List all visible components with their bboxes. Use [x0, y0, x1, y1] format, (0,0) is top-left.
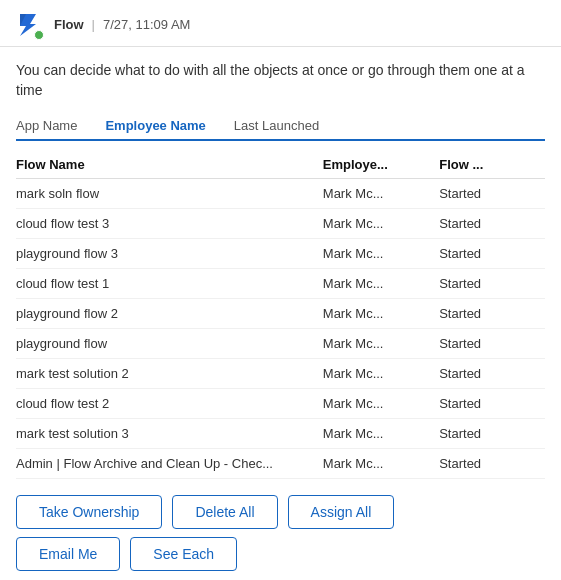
table-row: Admin | Flow Archive and Clean Up - Chec…	[16, 449, 545, 479]
table-row: cloud flow test 3Mark Mc...Started	[16, 209, 545, 239]
see-each-button[interactable]: See Each	[130, 537, 237, 571]
tab-last-launched[interactable]: Last Launched	[234, 114, 331, 139]
cell-employee: Mark Mc...	[323, 269, 439, 299]
cell-employee: Mark Mc...	[323, 449, 439, 479]
description-text: You can decide what to do with all the o…	[16, 61, 545, 100]
table-row: mark test solution 3Mark Mc...Started	[16, 419, 545, 449]
cell-status: Started	[439, 239, 545, 269]
cell-employee: Mark Mc...	[323, 299, 439, 329]
cell-flow-name: cloud flow test 3	[16, 209, 323, 239]
col-header-status: Flow ...	[439, 151, 545, 179]
cell-status: Started	[439, 359, 545, 389]
cell-flow-name: cloud flow test 1	[16, 269, 323, 299]
table-row: cloud flow test 2Mark Mc...Started	[16, 389, 545, 419]
cell-flow-name: Admin | Flow Archive and Clean Up - Chec…	[16, 449, 323, 479]
cell-flow-name: mark test solution 3	[16, 419, 323, 449]
cell-status: Started	[439, 269, 545, 299]
flow-label: Flow	[54, 17, 84, 32]
cell-employee: Mark Mc...	[323, 209, 439, 239]
cell-flow-name: cloud flow test 2	[16, 389, 323, 419]
cell-employee: Mark Mc...	[323, 239, 439, 269]
cell-employee: Mark Mc...	[323, 389, 439, 419]
cell-status: Started	[439, 419, 545, 449]
col-header-employee: Employe...	[323, 151, 439, 179]
tab-employee-name[interactable]: Employee Name	[105, 114, 217, 141]
cell-status: Started	[439, 179, 545, 209]
timestamp: 7/27, 11:09 AM	[103, 17, 190, 32]
top-bar: Flow | 7/27, 11:09 AM	[0, 0, 561, 47]
table-row: playground flowMark Mc...Started	[16, 329, 545, 359]
cell-flow-name: playground flow 3	[16, 239, 323, 269]
cell-flow-name: playground flow	[16, 329, 323, 359]
status-dot	[34, 30, 44, 40]
cell-status: Started	[439, 449, 545, 479]
take-ownership-button[interactable]: Take Ownership	[16, 495, 162, 529]
table-row: cloud flow test 1Mark Mc...Started	[16, 269, 545, 299]
main-content: You can decide what to do with all the o…	[0, 47, 561, 580]
actions-row-2: Email Me See Each	[16, 537, 545, 571]
table-row: playground flow 2Mark Mc...Started	[16, 299, 545, 329]
table-row: mark test solution 2Mark Mc...Started	[16, 359, 545, 389]
cell-status: Started	[439, 329, 545, 359]
cell-employee: Mark Mc...	[323, 179, 439, 209]
flow-table: Flow Name Employe... Flow ... mark soln …	[16, 151, 545, 479]
table-row: mark soln flowMark Mc...Started	[16, 179, 545, 209]
cell-flow-name: playground flow 2	[16, 299, 323, 329]
tab-row: App Name Employee Name Last Launched	[16, 114, 545, 141]
cell-status: Started	[439, 299, 545, 329]
cell-status: Started	[439, 209, 545, 239]
table-row: playground flow 3Mark Mc...Started	[16, 239, 545, 269]
cell-employee: Mark Mc...	[323, 419, 439, 449]
top-bar-meta: Flow | 7/27, 11:09 AM	[54, 17, 190, 32]
flow-icon-wrapper	[12, 8, 44, 40]
cell-employee: Mark Mc...	[323, 329, 439, 359]
cell-flow-name: mark soln flow	[16, 179, 323, 209]
assign-all-button[interactable]: Assign All	[288, 495, 395, 529]
cell-status: Started	[439, 389, 545, 419]
cell-employee: Mark Mc...	[323, 359, 439, 389]
email-me-button[interactable]: Email Me	[16, 537, 120, 571]
cell-flow-name: mark test solution 2	[16, 359, 323, 389]
col-header-flow: Flow Name	[16, 151, 323, 179]
actions-row-1: Take Ownership Delete All Assign All	[16, 495, 545, 529]
tab-app-name[interactable]: App Name	[16, 114, 89, 139]
delete-all-button[interactable]: Delete All	[172, 495, 277, 529]
